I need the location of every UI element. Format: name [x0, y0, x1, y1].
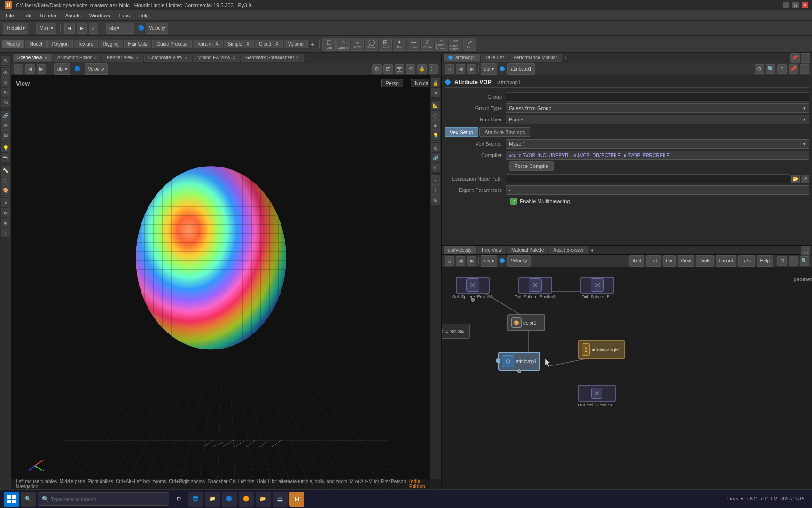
- shelf-tab-model[interactable]: Model: [25, 40, 46, 48]
- vpr-lock[interactable]: 🔒: [431, 78, 440, 87]
- shelf-tab-terrainfx[interactable]: Terrain FX: [193, 40, 223, 48]
- taskbar-app5[interactable]: 📂: [256, 492, 271, 507]
- nt-add[interactable]: Add: [629, 255, 644, 267]
- close-animation-editor[interactable]: ✕: [94, 56, 97, 60]
- close-button[interactable]: ✕: [802, 2, 808, 8]
- vpr-handle[interactable]: ⊕: [431, 143, 440, 152]
- node-attribvop1-canvas[interactable]: ⬡ attribvop1: [498, 352, 540, 371]
- taskbar-search-icon[interactable]: 🔍: [21, 492, 36, 507]
- props-pin[interactable]: 📌: [790, 53, 800, 63]
- velocity-path[interactable]: Velocity: [146, 23, 168, 34]
- home-button[interactable]: ⌂: [89, 23, 98, 34]
- shelf-tab-texture[interactable]: Texture: [74, 40, 98, 48]
- shelf-drawcurve[interactable]: ✏Draw Curve: [449, 38, 462, 51]
- extra-tool3[interactable]: ◈: [1, 218, 10, 227]
- node-color1[interactable]: 🎨 color1: [508, 314, 545, 332]
- start-button[interactable]: [4, 492, 19, 507]
- taskbar-app4[interactable]: 🟠: [239, 492, 254, 507]
- nt-labs[interactable]: Labs: [738, 255, 755, 267]
- select-tool[interactable]: ↖: [1, 56, 10, 65]
- persp-button[interactable]: Persp: [381, 79, 403, 87]
- shelf-box[interactable]: □Box: [322, 38, 336, 51]
- group-field[interactable]: [506, 92, 809, 102]
- tab-asset-browser[interactable]: Asset Browser: [549, 246, 588, 254]
- prev-button[interactable]: ◀: [64, 23, 75, 34]
- pt-search[interactable]: 🔍: [766, 64, 775, 74]
- menu-labs[interactable]: Labs: [115, 12, 133, 19]
- eval-node-jump[interactable]: ↗: [801, 175, 809, 183]
- vp-obj-dropdown[interactable]: obj ▾: [54, 64, 70, 75]
- vp-flip[interactable]: ⟲: [406, 64, 415, 74]
- tab-geometry-spreadsheet[interactable]: Geometry Spreadsheet ✕: [241, 54, 304, 62]
- pt-pin[interactable]: 📌: [789, 64, 798, 74]
- shelf-tab-simplefx[interactable]: Simple FX: [224, 40, 254, 48]
- shelf-grid[interactable]: ⊞Grid: [379, 38, 392, 51]
- tab-composite-view[interactable]: Composite View ✕: [144, 54, 192, 62]
- extra-tool4[interactable]: ⋮: [1, 228, 10, 237]
- close-motion-fx[interactable]: ✕: [232, 56, 236, 60]
- path-tool[interactable]: ⬡: [1, 175, 10, 185]
- node-out-sphere-emitter2[interactable]: ✕ Out_Sphere_Emitter2: [452, 277, 493, 299]
- transform-tool[interactable]: ✥: [1, 78, 10, 87]
- nt-layout[interactable]: Layout: [716, 255, 736, 267]
- vpr-perspective[interactable]: 📐: [431, 101, 440, 110]
- tab-material-palette[interactable]: Material Palette: [507, 246, 548, 254]
- close-geometry-spreadsheet[interactable]: ✕: [296, 56, 299, 60]
- taskbar-file-explorer[interactable]: 📁: [205, 492, 220, 507]
- shelf-tab-rigging[interactable]: Rigging: [99, 40, 123, 48]
- shelf-sphere[interactable]: ○Sphere: [336, 38, 350, 51]
- links-label[interactable]: Links ▼: [727, 496, 744, 501]
- taskbar-task-view[interactable]: ⊞: [171, 492, 186, 507]
- viewport-next[interactable]: ▶: [37, 64, 46, 74]
- node-attribwrangle1[interactable]: ⟨⟩ attribwrangle1: [578, 340, 625, 359]
- node-expand[interactable]: ⛶: [801, 246, 810, 255]
- pt-next[interactable]: ▶: [467, 64, 476, 74]
- multithreading-checkbox[interactable]: ✓: [510, 198, 517, 205]
- close-render-view[interactable]: ✕: [135, 56, 139, 60]
- nt-velocity-path[interactable]: Velocity: [508, 255, 530, 267]
- tab-take-list[interactable]: Take List: [481, 54, 508, 62]
- run-over-dropdown[interactable]: Points ▾: [506, 115, 809, 124]
- menu-render[interactable]: Render: [36, 12, 61, 19]
- pt-obj-btn[interactable]: obj ▾: [481, 64, 497, 75]
- tab-render-view[interactable]: Render View ✕: [102, 54, 143, 62]
- node-velocity2[interactable]: vel_Direction2: [442, 324, 470, 339]
- tab-attribvop1[interactable]: 🔷 attribvop1: [444, 54, 480, 62]
- vex-setup-tab[interactable]: Vex Setup: [445, 127, 478, 137]
- menu-help[interactable]: Help: [134, 12, 153, 19]
- force-compile-button[interactable]: Force Compile: [509, 161, 554, 171]
- paint-tool[interactable]: 🎨: [1, 185, 10, 195]
- taskbar-houdini[interactable]: H: [289, 492, 304, 507]
- rotate-tool[interactable]: ↻: [1, 88, 10, 97]
- pt-help[interactable]: ?: [777, 64, 787, 74]
- menu-windows[interactable]: Windows: [86, 12, 114, 19]
- bone-tool[interactable]: 🦴: [1, 166, 10, 175]
- main-dropdown[interactable]: Main ▾: [36, 23, 56, 34]
- vp-display-options[interactable]: ⚙: [372, 64, 382, 74]
- group-type-dropdown[interactable]: Guess from Group ▾: [506, 103, 809, 113]
- nt-next[interactable]: ▶: [467, 256, 476, 266]
- build-button[interactable]: ⚙ Build ▾: [3, 23, 28, 34]
- obj-dropdown[interactable]: obj ▾: [106, 23, 134, 34]
- vpr-particles[interactable]: •: [431, 175, 440, 185]
- vp-lock[interactable]: 🔒: [417, 64, 427, 74]
- node-network-canvas[interactable]: ✕ Out_Sphere_Emitter2 ✕ Out_Sphere_Emitt…: [442, 267, 812, 501]
- nt-view[interactable]: View: [678, 255, 695, 267]
- taskbar-edge[interactable]: 🌐: [188, 492, 203, 507]
- nt-edit[interactable]: Edit: [646, 255, 661, 267]
- export-params-field[interactable]: •: [506, 185, 809, 195]
- attr-bindings-tab[interactable]: Attribute Bindings: [479, 127, 530, 137]
- close-composite-view[interactable]: ✕: [184, 56, 188, 60]
- vp-render-region[interactable]: 🖼: [383, 64, 393, 74]
- shelf-circle[interactable]: ⊙Circle: [421, 38, 434, 51]
- vp-snapshot[interactable]: 📷: [395, 64, 404, 74]
- vpr-close[interactable]: ✕: [431, 88, 440, 97]
- nt-grid[interactable]: ⊞: [777, 256, 787, 266]
- nt-obj-btn[interactable]: obj ▾: [481, 255, 497, 267]
- snap-tool[interactable]: 🔗: [1, 111, 10, 120]
- viewport-prev[interactable]: ◀: [25, 64, 35, 74]
- shelf-tube[interactable]: ⌀Tube: [351, 38, 364, 51]
- vpr-wireframe[interactable]: ⬡: [431, 111, 440, 120]
- vp-velocity-path[interactable]: Velocity: [85, 64, 107, 75]
- shelf-add-tab[interactable]: +: [309, 40, 316, 49]
